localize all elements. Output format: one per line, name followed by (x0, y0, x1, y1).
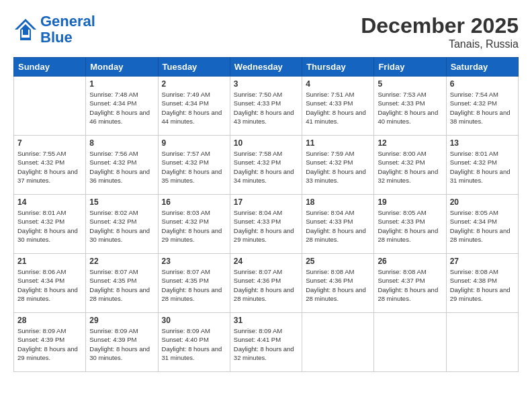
calendar-cell: 21Sunrise: 8:06 AMSunset: 4:34 PMDayligh… (14, 254, 86, 313)
logo: General Blue (13, 13, 95, 46)
day-info: Sunrise: 7:59 AMSunset: 4:32 PMDaylight:… (306, 149, 370, 185)
calendar-cell: 4Sunrise: 7:51 AMSunset: 4:33 PMDaylight… (302, 77, 374, 136)
calendar-cell: 22Sunrise: 8:07 AMSunset: 4:35 PMDayligh… (86, 254, 158, 313)
day-number: 2 (162, 79, 226, 89)
calendar-cell: 10Sunrise: 7:58 AMSunset: 4:32 PMDayligh… (230, 136, 302, 195)
day-number: 12 (378, 138, 442, 148)
day-number: 23 (162, 257, 226, 266)
header-day-thursday: Thursday (302, 58, 374, 77)
day-number: 21 (17, 257, 82, 266)
day-number: 20 (450, 197, 515, 207)
week-row-4: 21Sunrise: 8:06 AMSunset: 4:34 PMDayligh… (14, 254, 519, 313)
calendar-cell: 25Sunrise: 8:08 AMSunset: 4:36 PMDayligh… (302, 254, 374, 313)
day-info: Sunrise: 8:04 AMSunset: 4:33 PMDaylight:… (306, 208, 370, 244)
calendar-cell: 11Sunrise: 7:59 AMSunset: 4:32 PMDayligh… (302, 136, 374, 195)
calendar-cell: 26Sunrise: 8:08 AMSunset: 4:37 PMDayligh… (374, 254, 446, 313)
day-number: 30 (162, 316, 226, 325)
subtitle: Tanais, Russia (361, 38, 519, 50)
calendar-cell: 9Sunrise: 7:57 AMSunset: 4:32 PMDaylight… (158, 136, 230, 195)
day-info: Sunrise: 7:49 AMSunset: 4:34 PMDaylight:… (162, 90, 226, 126)
day-info: Sunrise: 8:06 AMSunset: 4:34 PMDaylight:… (17, 267, 82, 303)
day-info: Sunrise: 7:50 AMSunset: 4:33 PMDaylight:… (234, 90, 298, 126)
logo-line2: Blue (40, 29, 73, 46)
header: General Blue December 2025 Tanais, Russi… (13, 13, 519, 50)
day-info: Sunrise: 8:04 AMSunset: 4:33 PMDaylight:… (234, 208, 298, 244)
day-info: Sunrise: 7:57 AMSunset: 4:32 PMDaylight:… (162, 149, 226, 185)
day-info: Sunrise: 8:08 AMSunset: 4:36 PMDaylight:… (306, 267, 370, 303)
day-info: Sunrise: 7:53 AMSunset: 4:33 PMDaylight:… (378, 90, 442, 126)
day-info: Sunrise: 8:07 AMSunset: 4:35 PMDaylight:… (89, 267, 154, 303)
calendar-cell: 20Sunrise: 8:05 AMSunset: 4:34 PMDayligh… (446, 195, 518, 254)
day-info: Sunrise: 8:01 AMSunset: 4:32 PMDaylight:… (17, 208, 82, 244)
calendar-cell: 23Sunrise: 8:07 AMSunset: 4:35 PMDayligh… (158, 254, 230, 313)
calendar-cell: 6Sunrise: 7:54 AMSunset: 4:32 PMDaylight… (446, 77, 518, 136)
day-number: 14 (17, 197, 82, 207)
day-info: Sunrise: 8:02 AMSunset: 4:32 PMDaylight:… (89, 208, 154, 244)
day-number: 25 (306, 257, 370, 266)
day-number: 16 (162, 197, 226, 207)
calendar-cell: 19Sunrise: 8:05 AMSunset: 4:33 PMDayligh… (374, 195, 446, 254)
calendar-cell (446, 313, 518, 372)
week-row-1: 1Sunrise: 7:48 AMSunset: 4:34 PMDaylight… (14, 77, 519, 136)
day-info: Sunrise: 8:01 AMSunset: 4:32 PMDaylight:… (450, 149, 515, 185)
day-number: 3 (234, 79, 298, 89)
day-number: 17 (234, 197, 298, 207)
day-number: 8 (89, 138, 154, 148)
day-number: 6 (450, 79, 515, 89)
header-day-wednesday: Wednesday (230, 58, 302, 77)
calendar-cell: 31Sunrise: 8:09 AMSunset: 4:41 PMDayligh… (230, 313, 302, 372)
day-info: Sunrise: 8:08 AMSunset: 4:37 PMDaylight:… (378, 267, 442, 303)
day-number: 31 (234, 316, 298, 325)
day-number: 27 (450, 257, 515, 266)
header-day-monday: Monday (86, 58, 158, 77)
day-info: Sunrise: 8:08 AMSunset: 4:38 PMDaylight:… (450, 267, 515, 303)
day-number: 4 (306, 79, 370, 89)
day-info: Sunrise: 7:54 AMSunset: 4:32 PMDaylight:… (450, 90, 515, 126)
calendar-cell (374, 313, 446, 372)
day-info: Sunrise: 8:05 AMSunset: 4:34 PMDaylight:… (450, 208, 515, 244)
week-row-2: 7Sunrise: 7:55 AMSunset: 4:32 PMDaylight… (14, 136, 519, 195)
day-number: 18 (306, 197, 370, 207)
day-info: Sunrise: 8:09 AMSunset: 4:40 PMDaylight:… (162, 326, 226, 362)
day-number: 19 (378, 197, 442, 207)
day-info: Sunrise: 8:00 AMSunset: 4:32 PMDaylight:… (378, 149, 442, 185)
day-info: Sunrise: 8:09 AMSunset: 4:41 PMDaylight:… (234, 326, 298, 362)
day-number: 7 (17, 138, 82, 148)
logo-text: General Blue (40, 13, 95, 46)
calendar-cell: 29Sunrise: 8:09 AMSunset: 4:39 PMDayligh… (86, 313, 158, 372)
header-day-sunday: Sunday (14, 58, 86, 77)
day-number: 24 (234, 257, 298, 266)
day-info: Sunrise: 8:03 AMSunset: 4:32 PMDaylight:… (162, 208, 226, 244)
header-row: SundayMondayTuesdayWednesdayThursdayFrid… (14, 58, 519, 77)
day-number: 5 (378, 79, 442, 89)
calendar-cell: 2Sunrise: 7:49 AMSunset: 4:34 PMDaylight… (158, 77, 230, 136)
day-number: 22 (89, 257, 154, 266)
calendar-cell: 8Sunrise: 7:56 AMSunset: 4:32 PMDaylight… (86, 136, 158, 195)
day-info: Sunrise: 8:07 AMSunset: 4:36 PMDaylight:… (234, 267, 298, 303)
calendar-cell (302, 313, 374, 372)
calendar-cell: 24Sunrise: 8:07 AMSunset: 4:36 PMDayligh… (230, 254, 302, 313)
page: General Blue December 2025 Tanais, Russi… (0, 0, 532, 411)
calendar-header: SundayMondayTuesdayWednesdayThursdayFrid… (14, 58, 519, 77)
calendar-cell: 14Sunrise: 8:01 AMSunset: 4:32 PMDayligh… (14, 195, 86, 254)
calendar-cell: 3Sunrise: 7:50 AMSunset: 4:33 PMDaylight… (230, 77, 302, 136)
day-info: Sunrise: 8:05 AMSunset: 4:33 PMDaylight:… (378, 208, 442, 244)
day-info: Sunrise: 7:58 AMSunset: 4:32 PMDaylight:… (234, 149, 298, 185)
day-number: 15 (89, 197, 154, 207)
calendar-cell: 18Sunrise: 8:04 AMSunset: 4:33 PMDayligh… (302, 195, 374, 254)
calendar-cell: 13Sunrise: 8:01 AMSunset: 4:32 PMDayligh… (446, 136, 518, 195)
calendar-table: SundayMondayTuesdayWednesdayThursdayFrid… (13, 57, 519, 372)
day-number: 10 (234, 138, 298, 148)
week-row-3: 14Sunrise: 8:01 AMSunset: 4:32 PMDayligh… (14, 195, 519, 254)
calendar-body: 1Sunrise: 7:48 AMSunset: 4:34 PMDaylight… (14, 77, 519, 372)
calendar-cell: 7Sunrise: 7:55 AMSunset: 4:32 PMDaylight… (14, 136, 86, 195)
day-info: Sunrise: 8:09 AMSunset: 4:39 PMDaylight:… (89, 326, 154, 362)
logo-line1: General (40, 13, 95, 30)
logo-icon (13, 17, 38, 42)
day-number: 13 (450, 138, 515, 148)
calendar-cell: 12Sunrise: 8:00 AMSunset: 4:32 PMDayligh… (374, 136, 446, 195)
day-number: 9 (162, 138, 226, 148)
day-info: Sunrise: 7:48 AMSunset: 4:34 PMDaylight:… (89, 90, 154, 126)
calendar-cell: 28Sunrise: 8:09 AMSunset: 4:39 PMDayligh… (14, 313, 86, 372)
main-title: December 2025 (361, 13, 519, 38)
